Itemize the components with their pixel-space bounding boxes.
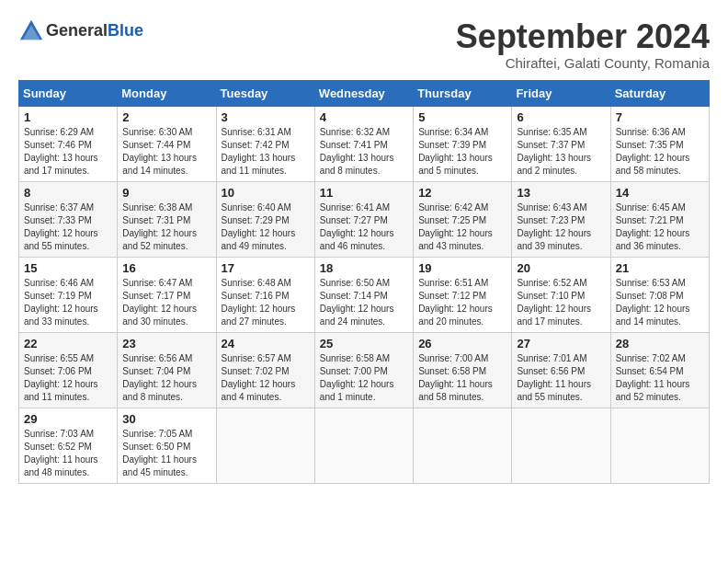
calendar-day-cell: 17Sunrise: 6:48 AMSunset: 7:16 PMDayligh… [216,257,314,332]
calendar-day-cell: 29Sunrise: 7:03 AMSunset: 6:52 PMDayligh… [19,408,118,483]
calendar-day-cell: 26Sunrise: 7:00 AMSunset: 6:58 PMDayligh… [414,332,512,408]
day-info: Sunrise: 7:00 AMSunset: 6:58 PMDaylight:… [418,352,506,404]
calendar-day-cell: 11Sunrise: 6:41 AMSunset: 7:27 PMDayligh… [314,181,413,257]
column-header-thursday: Thursday [414,80,512,106]
day-info: Sunrise: 6:36 AMSunset: 7:35 PMDaylight:… [616,126,704,178]
calendar-day-cell: 4Sunrise: 6:32 AMSunset: 7:41 PMDaylight… [314,106,413,181]
calendar-day-cell: 30Sunrise: 7:05 AMSunset: 6:50 PMDayligh… [118,408,216,483]
day-number: 16 [122,261,210,275]
day-number: 4 [320,110,408,124]
calendar-day-cell: 21Sunrise: 6:53 AMSunset: 7:08 PMDayligh… [610,257,709,332]
calendar-day-cell: 28Sunrise: 7:02 AMSunset: 6:54 PMDayligh… [610,332,709,408]
day-info: Sunrise: 6:43 AMSunset: 7:23 PMDaylight:… [517,201,605,253]
calendar-week-row: 1Sunrise: 6:29 AMSunset: 7:46 PMDaylight… [19,106,710,181]
page-header: GeneralBlue September 2024 Chiraftei, Ga… [18,18,710,71]
day-info: Sunrise: 6:52 AMSunset: 7:10 PMDaylight:… [517,277,605,328]
title-block: September 2024 Chiraftei, Galati County,… [456,18,710,71]
day-number: 18 [320,261,408,275]
day-number: 19 [418,261,506,275]
calendar-day-cell: 27Sunrise: 7:01 AMSunset: 6:56 PMDayligh… [512,332,610,408]
location-subtitle: Chiraftei, Galati County, Romania [456,55,710,71]
day-info: Sunrise: 6:37 AMSunset: 7:33 PMDaylight:… [24,201,112,253]
column-header-sunday: Sunday [19,80,118,106]
day-number: 26 [418,337,506,350]
calendar-day-cell: 18Sunrise: 6:50 AMSunset: 7:14 PMDayligh… [314,257,413,332]
calendar-day-cell: 20Sunrise: 6:52 AMSunset: 7:10 PMDayligh… [512,257,610,332]
day-number: 27 [517,337,605,350]
day-number: 5 [418,110,506,124]
day-number: 23 [122,337,210,350]
calendar-day-cell: 5Sunrise: 6:34 AMSunset: 7:39 PMDaylight… [414,106,512,181]
day-number: 10 [222,186,310,200]
column-header-saturday: Saturday [610,80,709,106]
calendar-day-cell [610,408,709,483]
column-header-friday: Friday [512,80,610,106]
day-info: Sunrise: 6:41 AMSunset: 7:27 PMDaylight:… [320,201,408,253]
calendar-day-cell [414,408,512,483]
day-number: 28 [616,337,704,350]
calendar-day-cell: 19Sunrise: 6:51 AMSunset: 7:12 PMDayligh… [414,257,512,332]
day-info: Sunrise: 6:53 AMSunset: 7:08 PMDaylight:… [616,277,704,328]
day-info: Sunrise: 6:29 AMSunset: 7:46 PMDaylight:… [24,126,112,178]
calendar-header-row: SundayMondayTuesdayWednesdayThursdayFrid… [19,80,710,106]
calendar-day-cell: 3Sunrise: 6:31 AMSunset: 7:42 PMDaylight… [216,106,314,181]
calendar-table: SundayMondayTuesdayWednesdayThursdayFrid… [18,80,710,484]
calendar-day-cell: 7Sunrise: 6:36 AMSunset: 7:35 PMDaylight… [610,106,709,181]
day-info: Sunrise: 6:50 AMSunset: 7:14 PMDaylight:… [320,277,408,328]
month-title: September 2024 [456,18,710,55]
logo-general-text: General [46,21,108,40]
day-number: 14 [616,186,704,200]
day-info: Sunrise: 6:42 AMSunset: 7:25 PMDaylight:… [418,201,506,253]
day-info: Sunrise: 6:57 AMSunset: 7:02 PMDaylight:… [222,352,310,404]
day-info: Sunrise: 6:56 AMSunset: 7:04 PMDaylight:… [122,352,210,404]
day-number: 7 [616,110,704,124]
day-number: 25 [320,337,408,350]
calendar-day-cell: 1Sunrise: 6:29 AMSunset: 7:46 PMDaylight… [19,106,118,181]
calendar-week-row: 22Sunrise: 6:55 AMSunset: 7:06 PMDayligh… [19,332,710,408]
day-info: Sunrise: 6:40 AMSunset: 7:29 PMDaylight:… [222,201,310,253]
day-info: Sunrise: 6:38 AMSunset: 7:31 PMDaylight:… [122,201,210,253]
calendar-day-cell: 16Sunrise: 6:47 AMSunset: 7:17 PMDayligh… [118,257,216,332]
day-number: 11 [320,186,408,200]
day-info: Sunrise: 6:35 AMSunset: 7:37 PMDaylight:… [517,126,605,178]
calendar-day-cell: 12Sunrise: 6:42 AMSunset: 7:25 PMDayligh… [414,181,512,257]
day-number: 15 [24,261,112,275]
day-number: 12 [418,186,506,200]
day-number: 24 [222,337,310,350]
column-header-monday: Monday [118,80,216,106]
day-number: 3 [222,110,310,124]
calendar-day-cell [216,408,314,483]
day-info: Sunrise: 6:45 AMSunset: 7:21 PMDaylight:… [616,201,704,253]
day-info: Sunrise: 6:47 AMSunset: 7:17 PMDaylight:… [122,277,210,328]
day-number: 9 [122,186,210,200]
day-info: Sunrise: 7:01 AMSunset: 6:56 PMDaylight:… [517,352,605,404]
day-number: 30 [122,412,210,426]
day-number: 17 [222,261,310,275]
logo-blue-text: Blue [108,21,143,40]
day-number: 20 [517,261,605,275]
calendar-day-cell [512,408,610,483]
day-info: Sunrise: 6:58 AMSunset: 7:00 PMDaylight:… [320,352,408,404]
logo-icon [18,18,44,44]
day-info: Sunrise: 6:31 AMSunset: 7:42 PMDaylight:… [222,126,310,178]
day-info: Sunrise: 7:03 AMSunset: 6:52 PMDaylight:… [24,428,112,479]
calendar-day-cell: 22Sunrise: 6:55 AMSunset: 7:06 PMDayligh… [19,332,118,408]
day-info: Sunrise: 6:51 AMSunset: 7:12 PMDaylight:… [418,277,506,328]
calendar-day-cell: 10Sunrise: 6:40 AMSunset: 7:29 PMDayligh… [216,181,314,257]
day-info: Sunrise: 6:34 AMSunset: 7:39 PMDaylight:… [418,126,506,178]
day-info: Sunrise: 6:46 AMSunset: 7:19 PMDaylight:… [24,277,112,328]
column-header-wednesday: Wednesday [314,80,413,106]
calendar-day-cell: 25Sunrise: 6:58 AMSunset: 7:00 PMDayligh… [314,332,413,408]
calendar-day-cell: 24Sunrise: 6:57 AMSunset: 7:02 PMDayligh… [216,332,314,408]
day-info: Sunrise: 6:48 AMSunset: 7:16 PMDaylight:… [222,277,310,328]
day-info: Sunrise: 6:30 AMSunset: 7:44 PMDaylight:… [122,126,210,178]
calendar-day-cell: 6Sunrise: 6:35 AMSunset: 7:37 PMDaylight… [512,106,610,181]
calendar-day-cell: 13Sunrise: 6:43 AMSunset: 7:23 PMDayligh… [512,181,610,257]
day-number: 29 [24,412,112,426]
calendar-day-cell: 8Sunrise: 6:37 AMSunset: 7:33 PMDaylight… [19,181,118,257]
day-info: Sunrise: 6:55 AMSunset: 7:06 PMDaylight:… [24,352,112,404]
day-number: 13 [517,186,605,200]
day-number: 8 [24,186,112,200]
calendar-week-row: 8Sunrise: 6:37 AMSunset: 7:33 PMDaylight… [19,181,710,257]
calendar-day-cell: 14Sunrise: 6:45 AMSunset: 7:21 PMDayligh… [610,181,709,257]
